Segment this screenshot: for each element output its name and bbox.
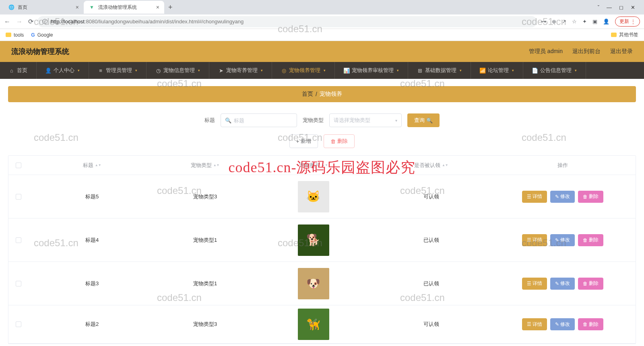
nav-item-9[interactable]: 📄公告信息管理▾ xyxy=(523,62,586,79)
nav-item-1[interactable]: 👤个人中心▾ xyxy=(37,62,89,79)
maximize-icon[interactable]: ◻ xyxy=(619,4,623,10)
th-ops: 操作 xyxy=(490,159,636,172)
table-header: 标题▲▼ 宠物类型▲▼ 宠物图片▲▼ 是否被认领▲▼ 操作 xyxy=(8,156,636,175)
th-img[interactable]: 宠物图片▲▼ xyxy=(255,159,372,172)
nav-item-5[interactable]: ◎宠物领养管理▾ xyxy=(272,62,335,79)
plus-icon: + xyxy=(296,138,299,144)
add-button[interactable]: +新增 xyxy=(289,134,318,148)
cell-ops: ☰详情 ✎修改 🗑删除 xyxy=(490,315,636,334)
list-icon: ☰ xyxy=(527,281,531,286)
bookmarks-bar: tools GGoogle 其他书签 xyxy=(0,29,644,41)
list-icon: ☰ xyxy=(527,237,531,243)
bookmark-other[interactable]: 其他书签 xyxy=(611,31,638,38)
row-checkbox[interactable] xyxy=(16,321,21,327)
cell-title: 标题4 xyxy=(29,233,155,247)
extensions-icon[interactable]: ✦ xyxy=(582,19,587,25)
nav-label: 宠物信息管理 xyxy=(163,67,195,74)
star-icon[interactable]: ☆ xyxy=(572,19,577,25)
nav-label: 论坛管理 xyxy=(488,67,509,74)
cell-title: 标题5 xyxy=(29,190,155,204)
translate-icon[interactable]: ⊕ xyxy=(552,19,556,25)
nav-item-6[interactable]: 📊宠物领养审核管理▾ xyxy=(335,62,408,79)
to-front-link[interactable]: 退出到前台 xyxy=(572,48,601,55)
caret-down-icon: ▾ xyxy=(324,68,326,72)
cell-title: 标题2 xyxy=(29,317,155,331)
select-placeholder: 请选择宠物类型 xyxy=(334,117,370,124)
tab-title: 首页 xyxy=(18,4,27,11)
nav-label: 公告信息管理 xyxy=(540,67,572,74)
profile-icon[interactable]: 👤 xyxy=(603,19,609,25)
user-icon: 👤 xyxy=(45,68,51,73)
edit-button[interactable]: ✎修改 xyxy=(550,191,575,203)
cell-ops: ☰详情 ✎修改 🗑删除 xyxy=(490,231,636,249)
url-input[interactable]: ⓘ http://localhost:8080/liulangdongwubei… xyxy=(37,16,537,27)
th-status[interactable]: 是否被认领▲▼ xyxy=(372,159,490,172)
key-icon[interactable]: ⊶ xyxy=(541,19,546,25)
detail-button[interactable]: ☰详情 xyxy=(522,278,547,290)
action-row: +新增 🗑删除 xyxy=(8,134,636,148)
detail-button[interactable]: ☰详情 xyxy=(522,234,547,246)
browser-tab-0[interactable]: 🌐 首页 × xyxy=(3,1,84,14)
panel-icon[interactable]: ▣ xyxy=(592,19,597,25)
delete-button[interactable]: 🗑删除 xyxy=(324,134,355,148)
th-type[interactable]: 宠物类型▲▼ xyxy=(155,159,254,172)
sort-icon: ▲▼ xyxy=(322,164,328,167)
trash-icon: 🗑 xyxy=(583,321,588,327)
url-text: http://localhost:8080/liulangdongwubeihu… xyxy=(51,19,244,25)
edit-icon: ✎ xyxy=(555,321,559,327)
delete-row-button[interactable]: 🗑删除 xyxy=(578,318,603,330)
minimize-icon[interactable]: — xyxy=(607,4,612,10)
cell-status: 已认领 xyxy=(372,277,490,290)
cell-type: 宠物类型1 xyxy=(155,277,254,290)
row-checkbox[interactable] xyxy=(16,237,21,243)
row-checkbox[interactable] xyxy=(16,194,21,200)
close-icon[interactable]: × xyxy=(156,4,159,10)
nav-item-7[interactable]: ⊞基础数据管理▾ xyxy=(408,62,471,79)
edit-button[interactable]: ✎修改 xyxy=(550,234,575,246)
nav-item-8[interactable]: 📶论坛管理▾ xyxy=(471,62,523,79)
user-label[interactable]: 管理员 admin xyxy=(529,48,563,55)
nav-label: 首页 xyxy=(17,67,27,74)
browser-chrome: 🌐 首页 × ▼ 流浪动物管理系统 × + ˇ — ◻ ✕ ← → ⟳ ⓘ ht… xyxy=(0,0,644,41)
delete-row-button[interactable]: 🗑删除 xyxy=(578,278,603,290)
search-icon: 🔍 xyxy=(426,117,433,124)
bookmark-tools[interactable]: tools xyxy=(6,32,24,38)
chevron-down-icon[interactable]: ˇ xyxy=(598,4,599,10)
trash-icon: 🗑 xyxy=(330,138,336,144)
close-icon[interactable]: × xyxy=(76,4,79,10)
th-title[interactable]: 标题▲▼ xyxy=(29,159,155,172)
browser-tab-1[interactable]: ▼ 流浪动物管理系统 × xyxy=(84,1,164,14)
title-input[interactable] xyxy=(234,117,301,124)
forward-icon[interactable]: → xyxy=(16,18,23,25)
nav-item-4[interactable]: ➤宠物寄养管理▾ xyxy=(209,62,272,79)
edit-button[interactable]: ✎修改 xyxy=(550,278,575,290)
cell-ops: ☰详情 ✎修改 🗑删除 xyxy=(490,274,636,293)
pet-image: 🐕 xyxy=(298,224,329,256)
share-icon[interactable]: ↗ xyxy=(562,19,566,25)
close-window-icon[interactable]: ✕ xyxy=(631,4,635,10)
breadcrumb-home[interactable]: 首页 xyxy=(302,91,313,98)
edit-button[interactable]: ✎修改 xyxy=(550,318,575,330)
detail-button[interactable]: ☰详情 xyxy=(522,318,547,330)
select-all-checkbox[interactable] xyxy=(16,163,21,168)
target-icon: ◎ xyxy=(281,68,287,73)
trash-icon: 🗑 xyxy=(583,237,588,243)
type-select[interactable]: 请选择宠物类型 ▾ xyxy=(329,113,402,127)
update-button[interactable]: 更新 ⋮ xyxy=(615,16,640,27)
query-button[interactable]: 查询🔍 xyxy=(407,113,440,127)
table-row: 标题4 宠物类型1 🐕 已认领 ☰详情 ✎修改 🗑删除 xyxy=(8,218,636,262)
bookmark-google[interactable]: GGoogle xyxy=(31,32,53,38)
logout-link[interactable]: 退出登录 xyxy=(610,48,633,55)
nav-item-2[interactable]: ≡管理员管理▾ xyxy=(89,62,147,79)
back-icon[interactable]: ← xyxy=(4,18,10,25)
nav-item-0[interactable]: ⌂首页 xyxy=(0,62,37,79)
reload-icon[interactable]: ⟳ xyxy=(28,18,33,25)
new-tab-button[interactable]: + xyxy=(164,3,177,12)
pet-image: 🦮 xyxy=(298,309,329,340)
detail-button[interactable]: ☰详情 xyxy=(522,191,547,203)
row-checkbox[interactable] xyxy=(16,281,21,286)
nav-item-3[interactable]: ◷宠物信息管理▾ xyxy=(147,62,209,79)
delete-row-button[interactable]: 🗑删除 xyxy=(578,234,603,246)
title-input-wrap[interactable]: 🔍 xyxy=(221,113,297,127)
delete-row-button[interactable]: 🗑删除 xyxy=(578,191,603,203)
